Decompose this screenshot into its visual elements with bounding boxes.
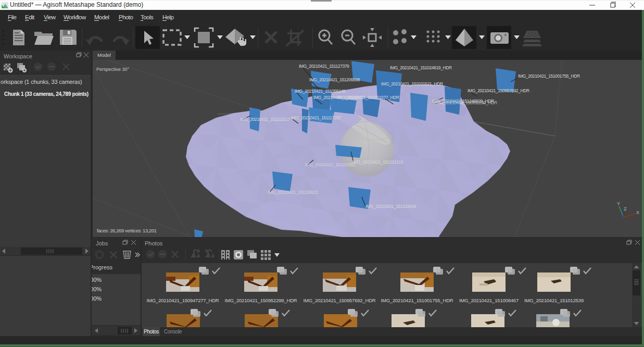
svg-text:IMG_20210421_151055249: IMG_20210421_151055249	[295, 89, 346, 94]
svg-text:IMG_20210421_151152952: IMG_20210421_151152952	[305, 162, 356, 167]
svg-text:IMG_20210421_150957692_HDR: IMG_20210421_150957692_HDR	[468, 88, 529, 93]
svg-text:IMG_20210421_151224244: IMG_20210421_151224244	[365, 204, 416, 209]
svg-text:Perspective 30°: Perspective 30°	[96, 67, 130, 72]
svg-text:IMG_20210421_151117207: IMG_20210421_151117207	[291, 115, 341, 120]
svg-text:IMG_20210421_151024819_HDR: IMG_20210421_151024819_HDR	[390, 65, 452, 70]
svg-text:Z: Z	[624, 206, 627, 212]
svg-text:IMG_20210421_151051077_HDR: IMG_20210421_151051077_HDR	[337, 95, 399, 100]
svg-text:IMG_20210421_151001755_HDR: IMG_20210421_151001755_HDR	[518, 73, 580, 79]
svg-text:faces: 26,269 vertices: 13,201: faces: 26,269 vertices: 13,201	[97, 228, 157, 233]
svg-text:IMG_20210421_151112217: IMG_20210421_151112217	[240, 117, 290, 122]
svg-text:IMG_20210421_151156523: IMG_20210421_151156523	[268, 190, 318, 195]
svg-text:X: X	[636, 210, 639, 215]
svg-text:Y: Y	[617, 201, 620, 206]
svg-text:IMG_20210421_151021521_HDR: IMG_20210421_151021521_HDR	[381, 81, 443, 86]
svg-text:IMG_20210421_151206698: IMG_20210421_151206698	[309, 77, 360, 82]
svg-text:IMG_20210421_150952299_HDR: IMG_20210421_150952299_HDR	[435, 100, 497, 105]
svg-text:IMG_20210421_151127379: IMG_20210421_151127379	[299, 64, 349, 69]
svg-text:IMG_20210421_151221210: IMG_20210421_151221210	[352, 159, 403, 165]
